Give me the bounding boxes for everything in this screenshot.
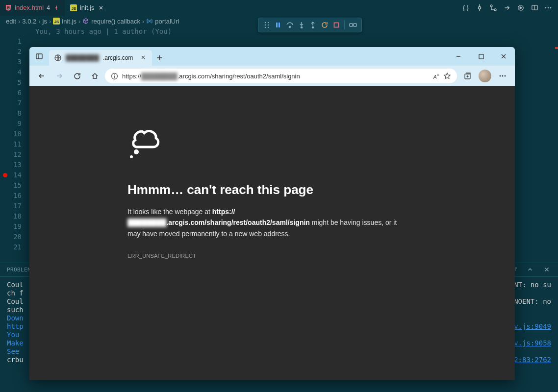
git-compare-icon[interactable]: [489, 4, 497, 12]
home-icon[interactable]: [87, 69, 102, 83]
browser-titlebar: ████████.arcgis.com: [29, 47, 515, 66]
svg-point-17: [268, 27, 269, 28]
site-info-icon[interactable]: [111, 73, 118, 80]
panel-close-icon[interactable]: [543, 266, 551, 274]
svg-rect-25: [354, 24, 356, 26]
crumb[interactable]: js: [43, 18, 47, 25]
variable-icon: [146, 18, 153, 24]
arrow-icon[interactable]: [503, 4, 511, 12]
line-number: 16: [0, 191, 29, 201]
profile-avatar[interactable]: [478, 69, 492, 83]
crumb[interactable]: require() callback: [82, 18, 140, 25]
browser-tab-actions-icon[interactable]: [29, 47, 49, 66]
line-number: 3: [0, 57, 29, 67]
link[interactable]: ev.js:9058: [510, 339, 551, 347]
more-icon[interactable]: [544, 4, 552, 12]
line-number: 7: [0, 98, 29, 108]
read-aloud-icon[interactable]: A»: [433, 73, 439, 80]
line-number: 11: [0, 139, 29, 149]
line-number: 13: [0, 160, 29, 170]
svg-rect-23: [334, 23, 338, 27]
close-icon[interactable]: [140, 54, 147, 61]
line-number: 5: [0, 77, 29, 88]
favorite-icon[interactable]: [443, 72, 451, 80]
line-number: 2: [0, 47, 29, 57]
tab-label: index.html: [15, 4, 44, 11]
svg-text:JS: JS: [72, 6, 76, 10]
new-tab-button[interactable]: [152, 50, 167, 66]
js-icon: JS: [70, 4, 77, 11]
url-text: https://████████.arcgis.com/sharing/rest…: [122, 73, 300, 80]
line-number: 9: [0, 119, 29, 129]
minimize-icon[interactable]: [447, 47, 470, 66]
error-code: ERR_UNSAFE_REDIRECT: [127, 253, 515, 259]
svg-point-22: [312, 27, 314, 28]
collections-icon[interactable]: [460, 69, 475, 83]
link[interactable]: 62:83:2762: [510, 356, 551, 364]
tab-label: init.js: [80, 4, 95, 11]
pin-icon[interactable]: [53, 4, 60, 11]
tab-badge: 4: [47, 4, 50, 11]
refresh-icon[interactable]: [70, 69, 84, 83]
svg-point-13: [268, 22, 269, 23]
more-icon[interactable]: [495, 69, 510, 83]
crumb[interactable]: portalUrl: [146, 18, 179, 25]
debug-toolbar[interactable]: [258, 18, 362, 32]
svg-point-7: [545, 7, 547, 8]
editor-tabbar: index.html 4 JS init.js { }: [0, 0, 558, 16]
editor-tab-init[interactable]: JS init.js: [65, 0, 110, 16]
run-icon[interactable]: [517, 4, 525, 12]
js-icon: JS: [53, 18, 60, 24]
close-icon[interactable]: [492, 47, 515, 66]
panel-up-icon[interactable]: [527, 266, 534, 274]
svg-rect-18: [276, 23, 278, 27]
svg-point-8: [548, 7, 549, 8]
editor-tab-index[interactable]: index.html 4: [0, 0, 65, 16]
commit-icon[interactable]: [476, 4, 483, 12]
step-into-icon[interactable]: [297, 21, 306, 29]
svg-point-33: [502, 75, 504, 77]
step-over-icon[interactable]: [285, 21, 294, 29]
svg-rect-29: [479, 54, 483, 59]
browser-window: ████████.arcgis.com https://████████.arc…: [29, 47, 515, 380]
svg-point-15: [268, 24, 269, 25]
crumb[interactable]: JS init.js: [53, 18, 76, 25]
line-number: 17: [0, 201, 29, 211]
line-number: 4: [0, 67, 29, 77]
svg-point-34: [505, 75, 506, 77]
editor-actions: { }: [456, 4, 558, 12]
svg-point-36: [130, 155, 133, 158]
svg-point-16: [265, 27, 266, 28]
line-number-breakpoint[interactable]: 14: [0, 170, 29, 180]
crumb[interactable]: edit: [6, 18, 16, 25]
svg-point-21: [301, 27, 302, 28]
package-icon: [82, 18, 89, 24]
step-out-icon[interactable]: [309, 21, 318, 29]
browser-tab[interactable]: ████████.arcgis.com: [49, 50, 152, 66]
drag-handle-icon[interactable]: [262, 21, 271, 29]
svg-point-4: [494, 9, 496, 11]
braces-icon[interactable]: { }: [462, 4, 470, 12]
pause-icon[interactable]: [274, 21, 283, 29]
panel-tab-problems[interactable]: PROBLEM: [7, 267, 31, 273]
back-icon[interactable]: [34, 69, 49, 83]
restart-icon[interactable]: [320, 21, 329, 29]
line-number: 21: [0, 242, 29, 252]
disconnect-icon[interactable]: [349, 21, 357, 29]
line-number: 12: [0, 149, 29, 160]
maximize-icon[interactable]: [470, 47, 492, 66]
browser-toolbar: https://████████.arcgis.com/sharing/rest…: [29, 66, 515, 86]
address-bar[interactable]: https://████████.arcgis.com/sharing/rest…: [105, 69, 457, 83]
link[interactable]: ev.js:9049: [510, 322, 551, 330]
close-icon[interactable]: [98, 4, 104, 11]
svg-rect-27: [36, 54, 42, 59]
stop-icon[interactable]: [332, 21, 341, 29]
split-icon[interactable]: [531, 4, 538, 12]
svg-rect-24: [350, 24, 353, 26]
line-number: 20: [0, 232, 29, 242]
crumb[interactable]: 3.0.2: [22, 18, 36, 25]
error-body: It looks like the webpage at https://███…: [127, 206, 402, 239]
line-number: 8: [0, 108, 29, 119]
minimap-error-marker: [555, 47, 558, 49]
window-controls: [447, 47, 515, 66]
